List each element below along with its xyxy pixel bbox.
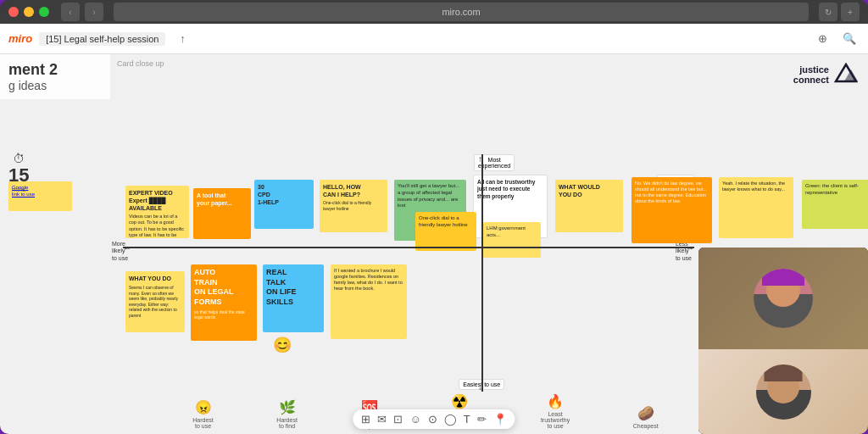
miro-logo: miro bbox=[8, 32, 32, 45]
app-toolbar: miro [15] Legal self-help session ↑ ⊕ 🔍 bbox=[0, 24, 868, 54]
label-cheapest: 🥔 Cheapest bbox=[633, 405, 659, 429]
video-top-person bbox=[698, 248, 868, 349]
browser-nav: ‹ › bbox=[61, 3, 103, 21]
v-axis: ↑ ↓ bbox=[481, 154, 483, 392]
address-text: miro.com bbox=[442, 7, 480, 17]
browser-window: ‹ › miro.com ↻ + miro [15] Legal self-he… bbox=[0, 0, 868, 434]
zoom-in-icon[interactable]: ⊕ bbox=[812, 29, 832, 49]
h-axis: → → bbox=[123, 247, 694, 248]
canvas-area: ment 2 g ideas ⏱ 15 mins Googlelink to u… bbox=[0, 54, 868, 434]
sticky-n12[interactable]: AUTOTRAINON LEGALFORMS so that helps dea… bbox=[191, 264, 257, 341]
sticky-n1[interactable]: EXPERT VIDEOExpert ████ AVAILABLE Videos… bbox=[125, 186, 189, 238]
pin-icon[interactable]: 📍 bbox=[493, 413, 507, 426]
emoji-leaf: 🌿 bbox=[279, 399, 296, 415]
label-hardest-use: 😠 Hardestto use bbox=[192, 399, 214, 429]
cursor-icon[interactable]: ⊙ bbox=[428, 413, 437, 426]
bottom-toolbar: ⊞ ✉ ⊡ ☺ ⊙ ◯ T ✏ 📍 bbox=[353, 409, 515, 429]
tab-title[interactable]: [15] Legal self-help session bbox=[39, 32, 165, 46]
address-bar[interactable]: miro.com bbox=[114, 3, 809, 21]
emoji-angry: 😠 bbox=[195, 399, 212, 415]
sticky-n3[interactable]: 30CPD1-HELP bbox=[254, 180, 314, 229]
comment-icon[interactable]: ✉ bbox=[377, 413, 387, 426]
label-hardest-find: 🌿 Hardestto find bbox=[276, 399, 298, 429]
browser-titlebar: ‹ › miro.com ↻ + bbox=[0, 0, 868, 24]
sticky-n4[interactable]: HELLO, HOWCAN I HELP? One-click dial to … bbox=[320, 180, 387, 232]
sticky-n13[interactable]: REALTALKON LIFESKILLS bbox=[263, 264, 324, 332]
circle-icon[interactable]: ◯ bbox=[444, 413, 457, 426]
card-close-up-label: Card close up bbox=[117, 59, 164, 68]
upload-icon[interactable]: ↑ bbox=[172, 29, 192, 49]
sticky-n16[interactable]: One-click dial to a friendly lawyer hotl… bbox=[415, 212, 476, 251]
new-tab-button[interactable]: + bbox=[841, 3, 860, 21]
close-button[interactable] bbox=[8, 7, 19, 17]
timer-value: 15 bbox=[8, 165, 29, 186]
frame-icon[interactable]: ⊡ bbox=[393, 413, 403, 426]
sticky-n11[interactable]: WHAT YOU DO Seems I can observe of many.… bbox=[125, 271, 185, 332]
emoji-radioactive: ☢️ bbox=[451, 393, 468, 409]
browser-actions: ↻ + bbox=[819, 3, 860, 21]
emoji-fire: 🔥 bbox=[547, 393, 564, 409]
board-main: Card close up Mostexperienced Easiest to… bbox=[110, 54, 868, 434]
grid-icon[interactable]: ⊞ bbox=[361, 413, 370, 426]
text-icon[interactable]: T bbox=[464, 413, 470, 426]
emoji-tool-icon[interactable]: ☺ bbox=[409, 413, 420, 426]
back-button[interactable]: ‹ bbox=[61, 3, 80, 21]
pen-icon[interactable]: ✏ bbox=[477, 413, 487, 426]
timer-icon: ⏱ bbox=[13, 152, 25, 165]
sticky-n7[interactable]: WHAT WOULDYOU DO bbox=[555, 180, 623, 232]
search-icon[interactable]: 🔍 bbox=[839, 29, 860, 49]
label-least-trust: 🔥 Leasttrustworthyto use bbox=[541, 393, 570, 429]
sticky-n2[interactable]: A tool thatyour paper... bbox=[193, 188, 251, 239]
sticky-n9[interactable]: Yeah. I relate the situation, the lawyer… bbox=[719, 177, 793, 238]
refresh-button[interactable]: ↻ bbox=[819, 3, 837, 21]
video-panel bbox=[698, 248, 868, 434]
minimize-button[interactable] bbox=[24, 7, 34, 17]
timer-unit: mins bbox=[12, 186, 26, 193]
video-bottom-person bbox=[698, 349, 868, 434]
title-line2: g ideas bbox=[8, 79, 102, 92]
sticky-n10[interactable]: Green: the client is self-representative bbox=[802, 180, 868, 229]
sticky-n17[interactable]: LHM government acts... bbox=[483, 222, 541, 258]
title-line1: ment 2 bbox=[8, 61, 102, 79]
sticky-n15[interactable]: If I wanted a brochure I would google fa… bbox=[331, 264, 407, 339]
maximize-button[interactable] bbox=[39, 7, 49, 17]
sticky-n8[interactable]: No. We didn't do law degree, we should a… bbox=[632, 177, 712, 243]
emoji-potato: 🥔 bbox=[637, 405, 654, 421]
title-overlay: ment 2 g ideas bbox=[0, 54, 110, 99]
emoji-happy: 😊 bbox=[273, 336, 292, 354]
forward-button[interactable]: › bbox=[85, 3, 103, 21]
